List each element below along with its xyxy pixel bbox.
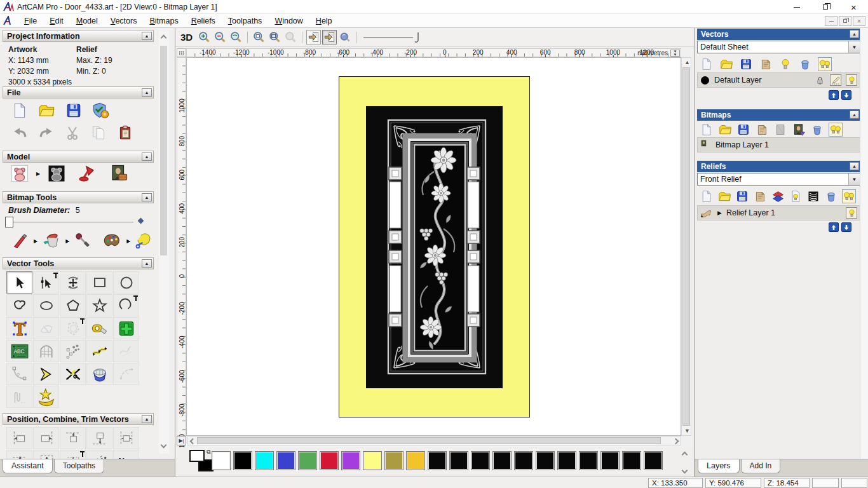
palette-swatch[interactable] [514, 451, 533, 470]
new-layer-icon[interactable] [700, 123, 714, 137]
cut-icon[interactable] [65, 125, 80, 141]
ruler-units-icon[interactable]: ▼▼ [670, 50, 680, 57]
preview-lens-icon[interactable] [338, 30, 353, 44]
zoom-in-icon[interactable] [197, 30, 212, 44]
palette-swatch[interactable] [492, 451, 512, 470]
create-star-tool[interactable] [86, 294, 112, 316]
menu-model[interactable]: Model [70, 15, 104, 27]
toggle-visibility-icon[interactable] [778, 57, 792, 71]
zoom-out-icon[interactable] [213, 30, 227, 44]
link-colours-icon[interactable]: ⧉ [207, 449, 210, 456]
new-layer-icon[interactable] [700, 57, 714, 71]
greyscale-layer-icon[interactable] [792, 123, 806, 137]
relief-select[interactable]: Front Relief ▼ [697, 173, 860, 186]
collapse-icon[interactable]: ▲ [142, 32, 152, 40]
adjust-model-icon[interactable] [10, 164, 29, 183]
preview-relief-icon[interactable] [789, 189, 803, 203]
align-bottom-tool[interactable] [86, 427, 112, 449]
save-layer-icon[interactable] [735, 189, 749, 203]
scroll-up-icon[interactable]: ▲ [684, 59, 690, 65]
chevron-down-icon[interactable]: ▼ [848, 41, 860, 53]
combine-relief-icon[interactable] [771, 189, 785, 203]
layer-name[interactable]: Relief Layer 1 [726, 208, 775, 217]
layer-colour-icon[interactable] [700, 76, 710, 85]
fillet-tool[interactable] [6, 363, 32, 385]
flyout-arrow-icon[interactable]: ▶ [36, 171, 40, 177]
assistant-scrollbar[interactable] [159, 30, 169, 454]
greyscale-preview-icon[interactable] [806, 189, 820, 203]
create-ellipse-tool[interactable] [33, 294, 59, 316]
wrap-vectors-tool[interactable] [33, 386, 59, 408]
center-in-page-tool[interactable] [113, 427, 139, 449]
primary-colour-swatch[interactable] [189, 450, 205, 462]
layer-name[interactable]: Bitmap Layer 1 [715, 140, 769, 149]
show-all-layers-icon[interactable] [818, 57, 832, 71]
palette-swatch[interactable] [298, 451, 317, 470]
move-layer-down-icon[interactable] [841, 222, 851, 232]
menu-help[interactable]: Help [309, 15, 339, 27]
delete-layer-icon[interactable] [810, 123, 824, 137]
mdi-restore-button[interactable] [839, 16, 851, 26]
bitmap-layer-row[interactable]: Bitmap Layer 1 [697, 137, 860, 152]
vector-layer-row[interactable]: Default Layer [697, 72, 860, 88]
scroll-down-icon[interactable] [681, 468, 688, 474]
offset-vectors-tool[interactable] [60, 317, 86, 339]
pick-colour-icon[interactable] [74, 231, 92, 250]
save-layer-icon[interactable] [739, 57, 753, 71]
collapse-icon[interactable]: ▲ [850, 111, 859, 119]
snap-icon[interactable] [830, 74, 841, 86]
envelope-distort-tool[interactable] [33, 340, 59, 362]
canvas-horizontal-scrollbar[interactable] [187, 436, 681, 445]
tab-toolpaths[interactable]: Toolpaths [54, 459, 104, 473]
scroll-right-icon[interactable] [673, 438, 679, 445]
create-rectangle-tool[interactable] [86, 271, 112, 294]
zoom-fit-icon[interactable] [268, 30, 282, 44]
previous-bitmap-layer-icon[interactable] [306, 30, 321, 44]
lock-icon[interactable] [814, 74, 825, 86]
palette-swatch[interactable] [233, 451, 252, 470]
paste-icon[interactable] [117, 125, 133, 141]
free-sketch-tool[interactable] [113, 340, 139, 362]
blank-layer-icon[interactable] [773, 123, 787, 137]
scrollbar-thumb[interactable] [160, 46, 167, 255]
reduce-colours-icon[interactable] [135, 231, 154, 250]
paint-icon[interactable] [11, 231, 29, 250]
palette-swatch[interactable] [406, 451, 425, 470]
model-properties-icon[interactable] [92, 102, 110, 119]
join-vectors-tool[interactable] [33, 363, 59, 385]
palette-swatch[interactable] [428, 451, 447, 470]
delete-layer-icon[interactable] [824, 189, 838, 203]
save-layer-icon[interactable] [736, 123, 750, 137]
create-text-tool[interactable] [6, 317, 32, 339]
canvas-vertical-scrollbar[interactable]: ▲ ▼ [681, 57, 691, 436]
slider-track[interactable] [9, 222, 133, 222]
flyout-arrow-icon[interactable]: ▶ [34, 238, 37, 244]
menu-bitmaps[interactable]: Bitmaps [143, 15, 184, 27]
redo-icon[interactable] [38, 125, 55, 141]
visibility-bulb-icon[interactable] [846, 74, 857, 86]
flyout-arrow-icon[interactable]: ▶ [126, 238, 130, 244]
layer-name[interactable]: Default Layer [714, 76, 761, 85]
collapse-icon[interactable]: ▲ [850, 30, 859, 38]
palette-swatch[interactable] [644, 451, 663, 470]
zoom-previous-icon[interactable] [229, 30, 243, 44]
menu-reliefs[interactable]: Reliefs [185, 15, 222, 27]
palette-swatch[interactable] [449, 451, 468, 470]
slider-handle[interactable] [5, 217, 13, 227]
new-layer-icon[interactable] [700, 189, 714, 203]
greyscale-view-icon[interactable] [47, 164, 66, 183]
palette-swatch[interactable] [536, 451, 555, 470]
collapse-icon[interactable]: ▲ [142, 415, 152, 423]
text-panel-tool[interactable]: ABC [6, 340, 32, 362]
create-polyline-tool[interactable] [6, 294, 32, 316]
tab-assistant[interactable]: Assistant [3, 459, 53, 473]
brush-diameter-slider[interactable] [0, 215, 153, 229]
collapse-icon[interactable]: ▲ [142, 193, 152, 201]
new-model-icon[interactable] [11, 102, 28, 119]
load-bitmap-icon[interactable] [109, 164, 128, 183]
merge-layers-icon[interactable] [753, 189, 767, 203]
palette-swatch[interactable] [255, 451, 274, 470]
open-layer-icon[interactable] [718, 123, 732, 137]
undo-icon[interactable] [11, 125, 28, 141]
fit-curves-tool[interactable] [86, 340, 112, 362]
